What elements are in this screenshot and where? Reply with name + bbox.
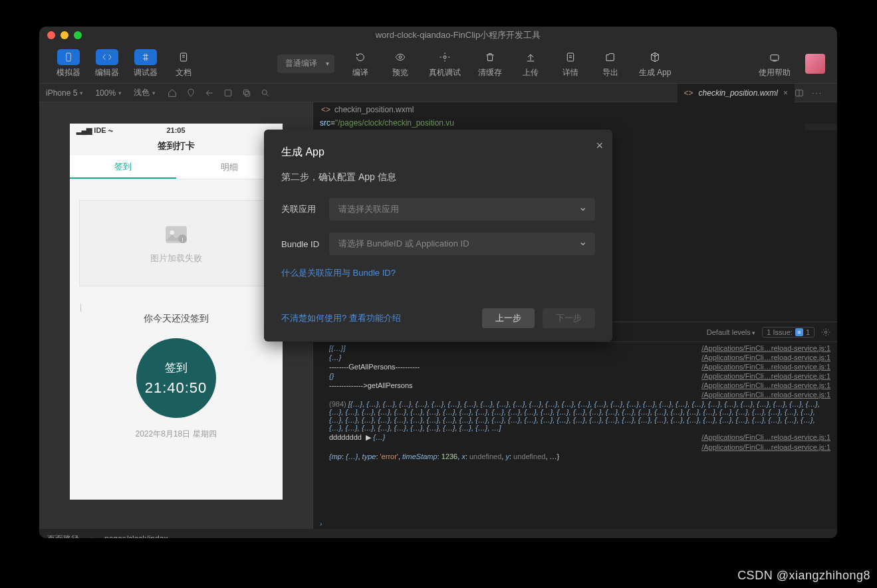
ide-window: word-clock-qiandao-FinClip小程序开发工具 模拟器 编辑… xyxy=(39,27,837,538)
watermark: CSDN @xiangzhihong8 xyxy=(737,569,870,583)
bundle-select[interactable]: 请选择 BundleID 或 Application ID xyxy=(329,233,595,255)
help-link-intro[interactable]: 查看功能介绍 xyxy=(349,313,401,323)
next-button[interactable]: 下一步 xyxy=(543,308,595,328)
modal-backdrop: × 生成 App 第二步，确认配置 App 信息 关联应用 请选择关联应用 Bu… xyxy=(39,27,837,538)
prev-button[interactable]: 上一步 xyxy=(482,308,535,328)
modal-step-text: 第二步，确认配置 App 信息 xyxy=(281,171,595,183)
field-label-bundle: Bundle ID xyxy=(281,239,329,249)
build-app-modal: × 生成 App 第二步，确认配置 App 信息 关联应用 请选择关联应用 Bu… xyxy=(264,130,612,342)
close-icon[interactable]: × xyxy=(596,139,603,153)
app-select[interactable]: 请选择关联应用 xyxy=(329,198,595,221)
help-link-bundle[interactable]: 什么是关联应用与 Bundle ID? xyxy=(281,268,396,278)
help-text: 不清楚如何使用? 查看功能介绍 xyxy=(281,312,401,324)
field-label-app: 关联应用 xyxy=(281,203,329,215)
modal-title: 生成 App xyxy=(281,146,595,159)
